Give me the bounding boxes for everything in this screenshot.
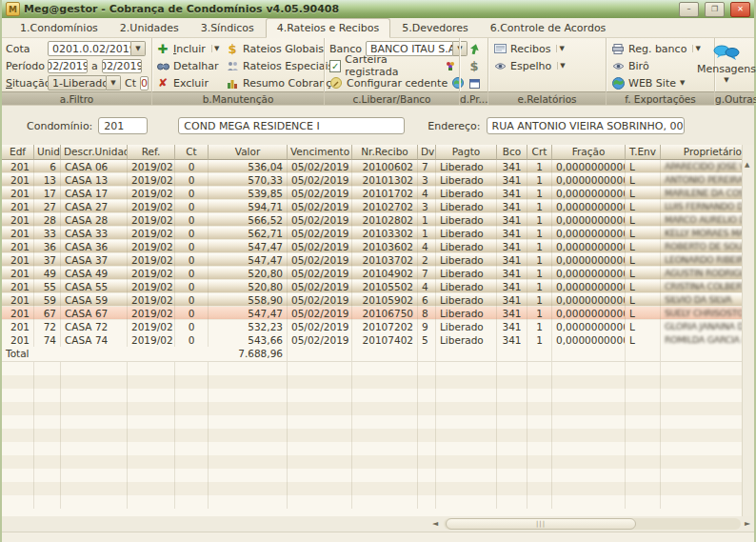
chevron-down-icon[interactable]: ▼: [131, 41, 146, 56]
periodo-from-input[interactable]: 02/2019: [48, 59, 88, 73]
table-row[interactable]: 20128CASA 282019/020566,5205/02/20192010…: [2, 213, 754, 227]
scroll-left-icon[interactable]: ◄: [432, 519, 438, 528]
reg-banco-button[interactable]: Reg. banco ▼: [611, 42, 703, 55]
calendar-icon[interactable]: [468, 76, 481, 90]
condominio-name-input[interactable]: COND MEGA RESIDENCE I: [178, 117, 405, 134]
excluir-button[interactable]: ✘ Excluir: [156, 76, 209, 90]
chevron-down-icon[interactable]: ▼: [680, 79, 685, 87]
table-row[interactable]: 20117CASA 172019/020539,8505/02/20192010…: [2, 187, 754, 200]
mensagens-button[interactable]: Mensagens ▼: [708, 40, 745, 88]
endereco-input[interactable]: RUA ANTONIO VIEIRA SOBRINHO, 001: [487, 117, 685, 134]
recibos-button[interactable]: Recibos ▼: [493, 42, 567, 55]
close-button[interactable]: ✕: [730, 2, 750, 17]
cota-combobox[interactable]: 0201.0.02/2019 ▼: [48, 41, 146, 56]
table-row[interactable]: 20155CASA 552019/020520,8005/02/20192010…: [2, 280, 754, 293]
table-row[interactable]: 20159CASA 592019/020558,9005/02/20192010…: [2, 293, 754, 307]
column-header-bco[interactable]: Bco: [497, 145, 527, 160]
periodo-to-input[interactable]: 02/2019: [102, 59, 142, 73]
column-header-edf[interactable]: Edf: [2, 145, 34, 160]
column-header-ct[interactable]: Ct: [175, 145, 209, 160]
cell-recibo: 20107402: [352, 333, 418, 347]
table-row[interactable]: 20113CASA 132019/020570,3305/02/20192010…: [2, 173, 754, 187]
cell-venc: 05/02/2019: [288, 333, 352, 347]
configurar-cedente-button[interactable]: Configurar cedente: [329, 76, 465, 90]
column-header-unid[interactable]: Unid: [34, 145, 61, 160]
column-header-prop[interactable]: Proprietário: [661, 145, 746, 160]
eye-icon: [611, 59, 625, 72]
detalhar-button[interactable]: Detalhar: [156, 59, 219, 72]
cell-bco: [497, 402, 527, 415]
ct-input[interactable]: 0: [140, 76, 149, 90]
column-header-desc[interactable]: Descr.Unidade: [61, 145, 128, 160]
table-row[interactable]: 20174CASA 742019/020543,6605/02/20192010…: [2, 333, 754, 347]
cell-ct: 0: [175, 253, 209, 267]
chevron-down-icon[interactable]: ▼: [692, 45, 702, 52]
cell-valor: [209, 375, 288, 389]
minimize-button[interactable]: –: [679, 2, 699, 17]
rateios-especiais-button[interactable]: Rateios Especiais: [226, 59, 333, 72]
cell-tenv: [626, 495, 661, 509]
tab-6[interactable]: 6.Controle de Acordos: [480, 19, 617, 37]
table-row[interactable]: 20167CASA 672019/020547,4705/02/20192010…: [2, 307, 754, 320]
biro-button[interactable]: Birô: [611, 59, 649, 72]
table-row[interactable]: 20133CASA 332019/020562,7105/02/20192010…: [2, 227, 754, 240]
column-header-crt[interactable]: Crt: [527, 145, 552, 160]
cell-edf: [2, 415, 34, 429]
cell-venc: 05/02/2019: [288, 320, 352, 333]
cell-dv: [418, 455, 436, 469]
column-header-recibo[interactable]: Nr.Recibo: [352, 145, 418, 160]
dollar-icon[interactable]: $: [468, 59, 481, 72]
tab-1[interactable]: 1.Condomínios: [10, 19, 109, 37]
cell-venc: 05/02/2019: [288, 160, 352, 173]
table-row[interactable]: 20136CASA 362019/020547,4705/02/20192010…: [2, 240, 754, 253]
chevron-down-icon[interactable]: ▼: [107, 75, 121, 90]
tab-4[interactable]: 4.Rateios e Recibos: [266, 18, 390, 38]
chevron-down-icon[interactable]: ▼: [211, 45, 221, 52]
horizontal-scrollbar-track[interactable]: |||: [444, 518, 741, 530]
carteira-checkbox[interactable]: ✓: [329, 60, 341, 72]
rateios-globais-button[interactable]: $ Rateios Globais: [226, 42, 324, 55]
column-header-valor[interactable]: Valor: [209, 145, 288, 160]
cell-prop: [661, 442, 746, 455]
scroll-right-icon[interactable]: ►: [745, 519, 750, 528]
cell-ref: 2019/02: [128, 173, 175, 187]
tab-3[interactable]: 3.Síndicos: [190, 19, 265, 37]
tab-2[interactable]: 2.Unidades: [109, 19, 189, 37]
resumo-cobranca-button[interactable]: Resumo Cobrança: [226, 76, 338, 90]
cell-fracao: [552, 389, 626, 402]
column-header-tenv[interactable]: T.Env: [626, 145, 661, 160]
tab-5[interactable]: 5.Devedores: [391, 19, 479, 37]
column-header-ref[interactable]: Ref.: [128, 145, 175, 160]
chevron-down-icon[interactable]: ▼: [557, 62, 567, 70]
section-manutencao-col2: $ Rateios Globais Rateios Especiais: [226, 40, 321, 91]
cell-ref: [128, 495, 175, 509]
chevron-down-icon[interactable]: ▼: [724, 76, 728, 84]
green-arrow-icon[interactable]: [468, 42, 481, 55]
scroll-up-icon[interactable]: ▲: [745, 161, 749, 169]
cell-edf: 201: [2, 227, 34, 240]
table-row[interactable]: 20137CASA 372019/020547,4705/02/20192010…: [2, 253, 754, 267]
column-header-venc[interactable]: Vencimento: [288, 145, 352, 160]
espelho-button[interactable]: Espelho ▼: [493, 59, 567, 72]
situacao-combobox[interactable]: 1-Liberados ▼: [48, 75, 121, 90]
column-header-pagto[interactable]: Pagto: [436, 145, 497, 160]
web-site-button[interactable]: WEB Site ▼: [611, 76, 685, 90]
table-row[interactable]: 20127CASA 272019/020594,7105/02/20192010…: [2, 200, 754, 213]
vertical-scrollbar[interactable]: ▲: [742, 145, 754, 516]
condominio-code-input[interactable]: 201: [98, 117, 148, 134]
incluir-button[interactable]: ✚ Incluir ▼: [156, 42, 221, 55]
column-header-fracao[interactable]: Fração: [552, 145, 626, 160]
cell-ref: [128, 469, 175, 482]
table-row[interactable]: 20149CASA 492019/020520,8005/02/20192010…: [2, 267, 754, 280]
table-row[interactable]: 20172CASA 722019/020532,2305/02/20192010…: [2, 320, 754, 333]
chevron-down-icon[interactable]: ▼: [556, 45, 566, 52]
empty-row: [2, 455, 754, 469]
maximize-button[interactable]: ❐: [705, 2, 725, 17]
cell-ref: [128, 389, 175, 402]
column-header-dv[interactable]: Dv: [418, 145, 436, 160]
cell-bco: 341: [497, 293, 527, 307]
empty-row: [2, 375, 754, 389]
horizontal-scrollbar-thumb[interactable]: |||: [446, 518, 636, 530]
table-row[interactable]: 2016CASA 062019/020536,0405/02/201920100…: [2, 160, 754, 173]
cell-unid: [34, 362, 61, 375]
